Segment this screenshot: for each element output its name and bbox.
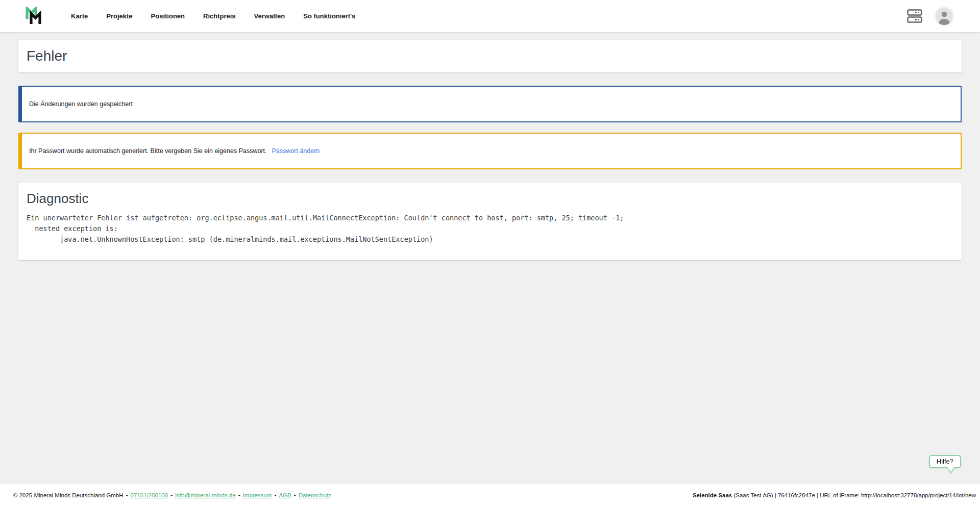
top-navbar: Karte Projekte Positionen Richtpreis Ver…: [0, 0, 980, 32]
footer-copyright: © 2025 Mineral Minds Deutschland GmbH: [13, 492, 124, 498]
diagnostic-card: Diagnostic Ein unerwarteter Fehler ist a…: [18, 183, 962, 260]
footer-right: Selenide Saas (Saas Test AG) | 76416fc20…: [693, 492, 976, 498]
app-root: Karte Projekte Positionen Richtpreis Ver…: [0, 0, 980, 507]
mineral-minds-logo-icon: [26, 7, 41, 26]
diagnostic-message: Ein unerwarteter Fehler ist aufgetreten:…: [27, 213, 953, 245]
footer-separator: •: [275, 492, 277, 498]
user-avatar-icon[interactable]: [936, 8, 953, 25]
footer: © 2025 Mineral Minds Deutschland GmbH•07…: [0, 484, 980, 507]
nav-item-karte[interactable]: Karte: [71, 12, 88, 20]
main-nav: Karte Projekte Positionen Richtpreis Ver…: [71, 12, 355, 20]
footer-link-impressum[interactable]: Impressum: [243, 492, 272, 498]
nav-item-projekte[interactable]: Projekte: [106, 12, 132, 20]
footer-link-phone[interactable]: 07151/250100: [131, 492, 168, 498]
warning-alert: Ihr Passwort wurde automatisch generiert…: [18, 133, 962, 169]
nav-item-verwalten[interactable]: Verwalten: [254, 12, 285, 20]
page-title-card: Fehler: [18, 40, 962, 72]
footer-link-datenschutz[interactable]: Datenschutz: [299, 492, 331, 498]
nav-item-richtpreis[interactable]: Richtpreis: [203, 12, 236, 20]
app-logo[interactable]: [26, 7, 41, 26]
help-button-label: Hilfe?: [937, 458, 953, 465]
navbar-right-actions: [907, 8, 953, 25]
nav-item-so-funktionierts[interactable]: So funktioniert's: [303, 12, 355, 20]
footer-tenant-name: Selenide Saas: [693, 492, 732, 498]
help-button[interactable]: Hilfe?: [929, 455, 961, 468]
content-area: Fehler Die Änderungen wurden gespeichert…: [0, 32, 980, 484]
change-password-link[interactable]: Passwort ändern: [272, 147, 320, 155]
page-title: Fehler: [27, 47, 953, 65]
nav-item-positionen[interactable]: Positionen: [151, 12, 185, 20]
info-alert: Die Änderungen wurden gespeichert: [18, 86, 962, 122]
footer-left: © 2025 Mineral Minds Deutschland GmbH•07…: [13, 492, 331, 498]
footer-link-agb[interactable]: AGB: [279, 492, 291, 498]
footer-link-email[interactable]: info@mineral-minds.de: [175, 492, 235, 498]
footer-separator: •: [294, 492, 296, 498]
info-alert-text: Die Änderungen wurden gespeichert: [29, 100, 133, 108]
footer-separator: •: [238, 492, 240, 498]
footer-tenant-details: (Saas Test AG) | 76416fc2047e | URL of i…: [732, 492, 976, 498]
footer-separator: •: [170, 492, 173, 498]
footer-separator: •: [126, 492, 128, 498]
server-icon[interactable]: [907, 9, 922, 23]
warning-alert-text: Ihr Passwort wurde automatisch generiert…: [29, 147, 267, 155]
diagnostic-title: Diagnostic: [27, 191, 953, 207]
